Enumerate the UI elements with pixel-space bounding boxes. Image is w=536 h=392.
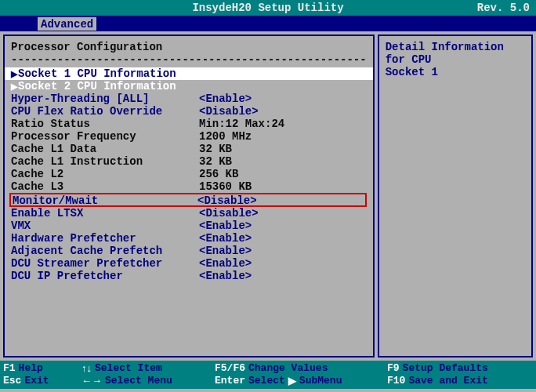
row-value[interactable]: <Enable> (199, 232, 252, 245)
row-value: 1200 MHz (199, 130, 252, 143)
row-label: Socket 1 CPU Information (18, 67, 176, 80)
tab-advanced[interactable]: Advanced (38, 17, 96, 31)
row-label: Adjacent Cache Prefetch (11, 245, 199, 257)
row-label: Processor Frequency (11, 130, 199, 143)
row-label: CPU Flex Ratio Override (11, 105, 199, 118)
config-row: Cache L2256 KB (11, 168, 367, 180)
submenu-arrow-icon: ▶ (288, 375, 296, 387)
desc-setup-defaults: Setup Defaults (403, 362, 488, 375)
help-text-line1: Detail Information for CPU (386, 41, 525, 66)
row-value[interactable]: <Enable> (199, 270, 252, 282)
config-row: Cache L1 Data32 KB (11, 143, 367, 155)
desc-change-values: Change Values (248, 362, 328, 375)
key-enter: Enter (215, 375, 245, 387)
content-area: Processor Configuration ----------------… (0, 31, 536, 361)
config-row[interactable]: Adjacent Cache Prefetch<Enable> (11, 245, 367, 257)
config-row[interactable]: DCU IP Prefetcher<Enable> (11, 270, 367, 282)
row-value: 32 KB (199, 155, 232, 168)
row-label: Cache L1 Data (11, 143, 199, 155)
config-row: Processor Frequency1200 MHz (11, 130, 367, 143)
config-row: Ratio StatusMin:12 Max:24 (11, 118, 367, 130)
desc-select-menu: Select Menu (105, 375, 172, 387)
desc-submenu: SubMenu (299, 375, 342, 387)
footer-bar: F1 Help ↑↓ Select Item F5/F6 Change Valu… (0, 361, 536, 389)
key-f9: F9 (387, 362, 400, 375)
config-row[interactable]: Enable LTSX<Disable> (11, 207, 367, 220)
submenu-arrow-icon: ▶ (11, 80, 18, 93)
config-row: Cache L315360 KB (11, 180, 367, 193)
row-value: 32 KB (199, 143, 232, 155)
key-esc: Esc (3, 375, 21, 387)
divider: ----------------------------------------… (11, 53, 367, 66)
row-label: Hardware Prefetcher (11, 232, 199, 245)
row-value[interactable]: <Enable> (199, 220, 252, 232)
desc-exit: Exit (24, 375, 49, 387)
row-label: Ratio Status (11, 118, 199, 130)
row-label: Monitor/Mwait (11, 194, 197, 205)
row-label: DCU IP Prefetcher (11, 270, 199, 282)
row-value: Min:12 Max:24 (199, 118, 284, 130)
key-f5f6: F5/F6 (215, 362, 245, 375)
config-row[interactable]: Hyper-Threading [ALL]<Enable> (11, 93, 367, 105)
row-label: Cache L1 Instruction (11, 155, 199, 168)
revision-label: Rev. 5.0 (477, 2, 530, 14)
row-value[interactable]: <Disable> (199, 207, 259, 220)
config-row[interactable]: CPU Flex Ratio Override<Disable> (11, 105, 367, 118)
desc-help: Help (19, 362, 43, 375)
row-label: Hyper-Threading [ALL] (11, 93, 199, 105)
row-label: Cache L3 (11, 180, 199, 193)
row-label: Cache L2 (11, 168, 199, 180)
row-value: 15360 KB (199, 180, 252, 193)
key-f1: F1 (3, 362, 16, 375)
row-value[interactable]: <Disable> (199, 105, 259, 118)
help-panel: Detail Information for CPU Socket 1 (378, 34, 533, 358)
row-value[interactable]: <Disable> (197, 194, 257, 205)
config-row[interactable]: ▶Socket 1 CPU Information (5, 67, 373, 80)
tab-bar: Advanced (0, 16, 536, 31)
config-row[interactable]: ▶Socket 2 CPU Information (11, 80, 367, 93)
config-row[interactable]: Hardware Prefetcher<Enable> (11, 232, 367, 245)
config-row: Cache L1 Instruction32 KB (11, 155, 367, 168)
desc-select: Select (248, 375, 285, 387)
row-label: DCU Streamer Prefetcher (11, 257, 199, 270)
key-f10: F10 (387, 375, 405, 387)
main-panel: Processor Configuration ----------------… (3, 34, 375, 358)
submenu-arrow-icon: ▶ (11, 67, 18, 80)
help-text-line2: Socket 1 (386, 66, 525, 78)
title-bar: InsydeH20 Setup Utility Rev. 5.0 (0, 0, 536, 16)
config-row[interactable]: Monitor/Mwait<Disable> (9, 193, 367, 207)
row-value[interactable]: <Enable> (199, 93, 252, 105)
key-updown-icon: ↑↓ (81, 362, 92, 375)
row-value: 256 KB (199, 168, 238, 180)
row-value[interactable]: <Enable> (199, 245, 252, 257)
config-row[interactable]: DCU Streamer Prefetcher<Enable> (11, 257, 367, 270)
row-label: VMX (11, 220, 199, 232)
row-label: Enable LTSX (11, 207, 199, 220)
section-title: Processor Configuration (11, 41, 367, 53)
desc-select-item: Select Item (95, 362, 162, 375)
row-label: Socket 2 CPU Information (18, 80, 176, 93)
desc-save-exit: Save and Exit (408, 375, 487, 387)
app-title: InsydeH20 Setup Utility (192, 2, 343, 14)
config-row[interactable]: VMX<Enable> (11, 220, 367, 232)
key-leftright-icon: ←→ (81, 375, 102, 387)
row-value[interactable]: <Enable> (199, 257, 252, 270)
